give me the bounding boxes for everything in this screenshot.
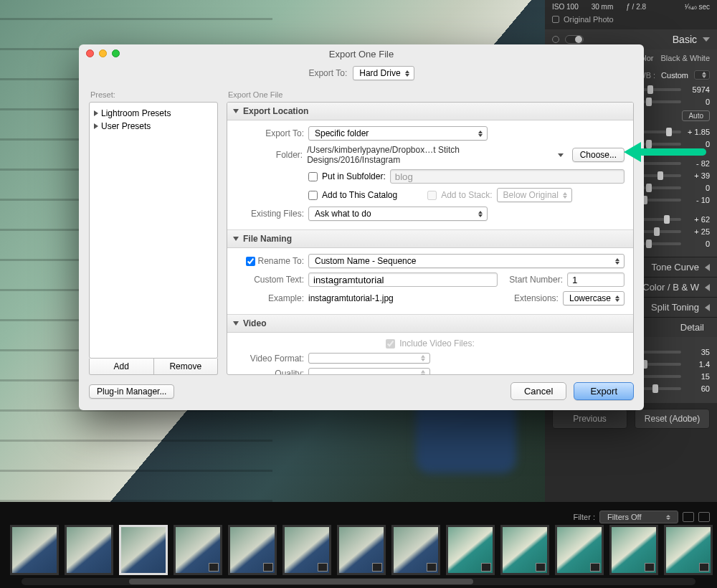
rename-template-dropdown[interactable]: Custom Name - Sequence	[308, 254, 625, 268]
slider-value: 5974	[687, 85, 710, 94]
add-catalog-label: Add to This Catalog	[322, 190, 397, 200]
export-to-dropdown[interactable]: Hard Drive	[353, 66, 414, 80]
export-dialog: Export One File Export To: Hard Drive Pr…	[79, 44, 644, 410]
filmstrip-thumbnail[interactable]	[337, 525, 386, 575]
filmstrip-thumbnail[interactable]	[119, 525, 168, 575]
extensions-dropdown[interactable]: Lowercase	[563, 291, 625, 305]
preset-add-button[interactable]: Add	[90, 359, 154, 374]
loc-export-to-label: Export To:	[236, 128, 304, 138]
basic-title: Basic	[673, 34, 697, 45]
wb-value[interactable]: Custom	[661, 71, 688, 80]
original-photo-label: Original Photo	[564, 15, 614, 24]
filter-label: Filter :	[573, 513, 595, 521]
video-quality-dropdown	[308, 368, 430, 374]
add-stack-label: Add to Stack:	[441, 190, 492, 200]
filmstrip-thumbnail[interactable]	[228, 525, 277, 575]
example-label: Example:	[236, 293, 304, 303]
custom-text-input[interactable]	[308, 272, 498, 287]
slider-thumb[interactable]	[646, 184, 652, 192]
start-number-input[interactable]	[567, 272, 625, 287]
slider-thumb[interactable]	[666, 128, 672, 136]
section-file-naming-body: Rename To: Custom Name - Sequence Custom…	[227, 248, 633, 314]
slider-thumb[interactable]	[654, 227, 660, 236]
choose-folder-button[interactable]: Choose...	[572, 148, 625, 162]
preset-folder[interactable]: Lightroom Presets	[92, 107, 214, 120]
existing-files-dropdown[interactable]: Ask what to do	[308, 207, 488, 221]
slider-value: 0	[687, 240, 710, 248]
previous-button[interactable]: Previous	[552, 409, 627, 429]
filmstrip-filter: Filter : Filters Off	[573, 511, 710, 523]
zoom-window-icon[interactable]	[112, 49, 120, 57]
wb-dropdown[interactable]	[694, 70, 710, 80]
slider-value: 1.4	[687, 360, 710, 369]
preset-remove-button[interactable]: Remove	[154, 359, 218, 374]
filmstrip-thumbnail[interactable]	[664, 525, 713, 575]
detail-title: Detail	[680, 322, 704, 333]
plugin-manager-button[interactable]: Plug-in Manager...	[89, 384, 174, 399]
video-quality-label: Quality:	[236, 369, 304, 375]
slider-thumb[interactable]	[652, 384, 658, 393]
dialog-title: Export One File	[329, 49, 394, 60]
put-subfolder-checkbox[interactable]	[308, 172, 318, 181]
filmstrip-thumbs	[10, 525, 717, 575]
export-to-value: Hard Drive	[359, 68, 400, 78]
cancel-button[interactable]: Cancel	[511, 382, 566, 400]
custom-text-label: Custom Text:	[236, 275, 304, 285]
auto-button[interactable]: Auto	[682, 110, 710, 121]
add-catalog-checkbox[interactable]	[308, 191, 318, 200]
slider-value: + 25	[687, 227, 710, 236]
export-main-column: Export One File Export Location Export T…	[227, 90, 634, 375]
filmstrip-thumbnail[interactable]	[609, 525, 658, 575]
section-file-naming-header[interactable]: File Naming	[227, 229, 633, 248]
section-video-title: Video	[243, 318, 266, 328]
filmstrip-thumbnail[interactable]	[500, 525, 549, 575]
slider-thumb[interactable]	[646, 98, 652, 106]
filmstrip-thumbnail[interactable]	[174, 525, 222, 575]
preset-list[interactable]: Lightroom PresetsUser Presets	[89, 102, 218, 359]
ring-icon	[552, 36, 559, 43]
section-video-header[interactable]: Video	[227, 314, 633, 333]
filter-icon-2[interactable]	[698, 512, 710, 522]
slider-value: + 1.85	[687, 128, 710, 136]
slider-value: 15	[687, 372, 710, 381]
loc-export-to-dropdown[interactable]: Specific folder	[308, 126, 488, 141]
reset-button[interactable]: Reset (Adobe)	[635, 409, 710, 429]
original-photo-row[interactable]: Original Photo	[545, 14, 717, 29]
main-caption: Export One File	[227, 90, 634, 102]
filter-icon-1[interactable]	[683, 512, 694, 522]
filmstrip-scrollbar[interactable]	[22, 578, 695, 585]
filmstrip-thumbnail[interactable]	[10, 525, 59, 575]
treatment-bw[interactable]: Black & White	[661, 54, 710, 62]
rename-template-value: Custom Name - Sequence	[315, 256, 416, 266]
slider-value: + 39	[687, 171, 710, 180]
section-export-location-header[interactable]: Export Location	[227, 103, 633, 120]
slider-thumb[interactable]	[646, 140, 652, 148]
preset-folder[interactable]: User Presets	[92, 120, 214, 133]
filter-dropdown[interactable]: Filters Off	[599, 511, 678, 523]
original-photo-checkbox[interactable]	[552, 16, 559, 23]
extensions-label: Extensions:	[514, 293, 559, 303]
filmstrip-thumbnail[interactable]	[65, 525, 113, 575]
slider-thumb[interactable]	[657, 171, 663, 180]
chevron-right-icon	[94, 110, 98, 116]
slider-thumb[interactable]	[646, 240, 652, 248]
filmstrip-thumbnail[interactable]	[555, 525, 604, 575]
export-button[interactable]: Export	[574, 382, 634, 400]
filmstrip-thumbnail[interactable]	[391, 525, 440, 575]
panel-toggle-switch[interactable]	[565, 35, 584, 44]
slider-thumb[interactable]	[664, 215, 670, 224]
folder-path: /Users/kimberlypayne/Dropbox…t Stitch De…	[307, 145, 550, 165]
close-window-icon[interactable]	[86, 49, 94, 57]
slider-thumb[interactable]	[647, 85, 653, 94]
exif-shutter: ¹⁄₆₄₀ sec	[685, 3, 710, 11]
folder-label: Folder:	[236, 150, 303, 160]
stack-position-value: Below Original	[503, 190, 559, 200]
rename-checkbox[interactable]	[246, 257, 255, 266]
filmstrip-thumbnail[interactable]	[282, 525, 331, 575]
thumbnail-badge	[481, 563, 491, 572]
minimize-window-icon[interactable]	[99, 49, 107, 57]
folder-history-dropdown[interactable]	[558, 153, 564, 157]
filmstrip-thumbnail[interactable]	[446, 525, 495, 575]
chevron-down-icon	[703, 37, 710, 42]
thumbnail-badge	[536, 563, 546, 572]
